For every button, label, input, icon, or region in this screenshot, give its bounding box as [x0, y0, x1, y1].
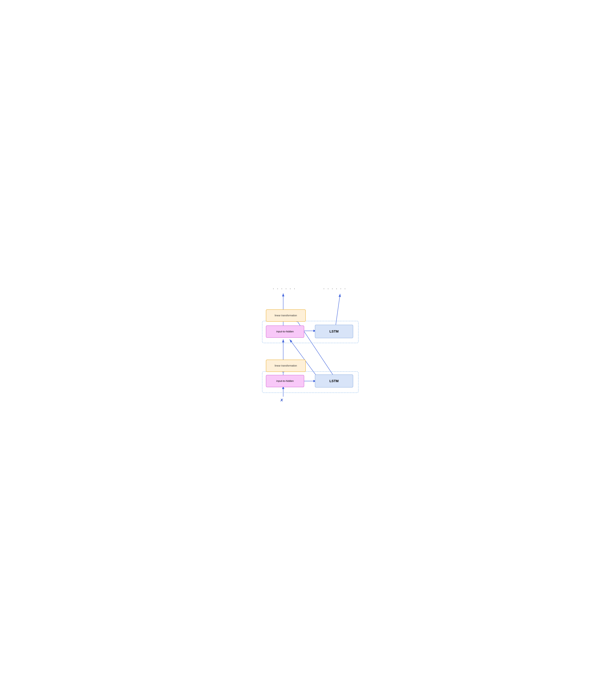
top-linear-node: linear transformation	[266, 309, 306, 322]
dots-left: · · · · · ·	[273, 286, 296, 291]
bottom-input-hidden-node: input-to-hidden	[266, 375, 304, 387]
top-lstm-node: LSTM	[315, 325, 353, 338]
diagram: · · · · · · · · · · · · linear transform…	[254, 276, 362, 401]
top-input-hidden-node: input-to-hidden	[266, 325, 304, 338]
dots-right: · · · · · ·	[323, 286, 346, 291]
bottom-lstm-node: LSTM	[315, 374, 353, 388]
bottom-linear-node: linear transformation	[266, 360, 306, 372]
x-input-label: x	[280, 397, 283, 402]
